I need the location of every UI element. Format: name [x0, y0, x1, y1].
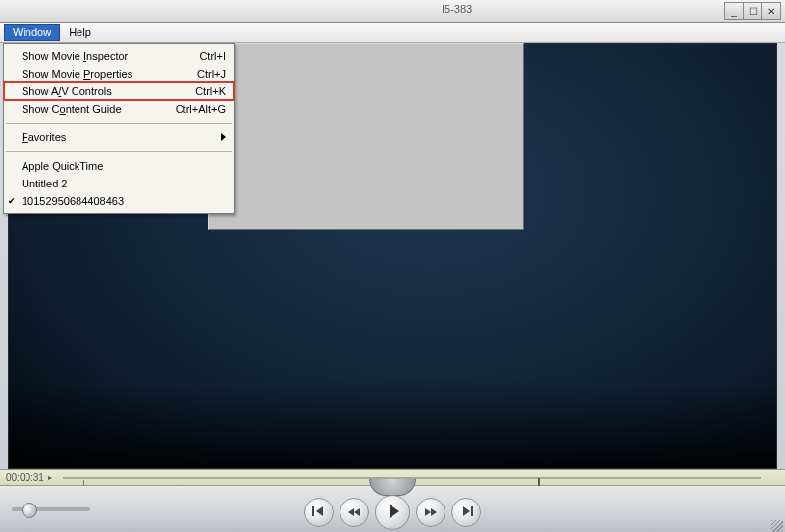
minimize-button[interactable]: _ — [724, 2, 744, 20]
secondary-panel — [208, 43, 524, 230]
maximize-button[interactable]: ☐ — [743, 2, 762, 20]
time-separator-icon: ▸ — [48, 473, 52, 482]
menu-show-movie-inspector[interactable]: Show Movie Inspector Ctrl+I — [4, 47, 234, 65]
menu-recent-untitled-2[interactable]: Untitled 2 — [4, 175, 234, 192]
checkmark-icon: ✔ — [8, 196, 16, 206]
menu-item-label: Show A/V Controls — [22, 85, 112, 97]
volume-thumb[interactable] — [22, 503, 37, 518]
window-menu-dropdown: Show Movie Inspector Ctrl+I Show Movie P… — [3, 43, 235, 214]
menu-recent-numeric[interactable]: ✔ 10152950684408463 — [4, 192, 234, 210]
menu-item-label: Untitled 2 — [22, 178, 67, 189]
window-buttons: _ ☐ ✕ — [725, 2, 781, 20]
menu-favorites[interactable]: Favorites — [4, 129, 234, 146]
menu-window[interactable]: Window — [4, 24, 60, 41]
skip-end-button[interactable] — [451, 498, 481, 527]
menu-item-label: 10152950684408463 — [22, 195, 124, 207]
window-title: I5-383 — [442, 3, 472, 15]
rewind-icon — [348, 506, 360, 518]
menu-item-label: Favorites — [22, 132, 66, 143]
skip-start-icon — [316, 506, 323, 518]
menu-item-label: Apple QuickTime — [22, 160, 103, 172]
menubar: Window Help — [0, 23, 785, 43]
play-button[interactable] — [375, 495, 410, 530]
menu-help[interactable]: Help — [60, 24, 100, 41]
fast-forward-button[interactable] — [416, 498, 445, 527]
play-icon — [387, 505, 399, 520]
app-window: I5-383 _ ☐ ✕ Window Help Show Movie Insp… — [0, 0, 785, 532]
menu-show-movie-properties[interactable]: Show Movie Properties Ctrl+J — [4, 65, 234, 82]
skip-start-button[interactable] — [304, 498, 334, 527]
fast-forward-icon — [425, 506, 437, 518]
skip-end-icon — [463, 506, 470, 518]
resize-grip-icon[interactable] — [771, 520, 783, 532]
menu-item-shortcut: Ctrl+K — [195, 85, 226, 97]
player-controls: 00:00:31 ▸ — [0, 469, 785, 532]
menu-separator — [6, 151, 232, 152]
transport-buttons — [304, 495, 481, 530]
menu-show-content-guide[interactable]: Show Content Guide Ctrl+Alt+G — [4, 100, 234, 118]
menu-item-shortcut: Ctrl+J — [197, 68, 226, 80]
menu-recent-apple-quicktime[interactable]: Apple QuickTime — [4, 157, 234, 175]
volume-slider[interactable] — [12, 507, 90, 511]
close-button[interactable]: ✕ — [761, 2, 781, 20]
scrub-knob[interactable] — [369, 479, 416, 496]
menu-show-av-controls[interactable]: Show A/V Controls Ctrl+K — [4, 82, 234, 100]
menu-item-shortcut: Ctrl+I — [199, 50, 226, 62]
video-gradient — [9, 380, 776, 468]
transport-row — [0, 486, 785, 532]
menu-item-label: Show Content Guide — [22, 103, 122, 115]
menu-separator — [6, 123, 232, 124]
submenu-arrow-icon — [221, 133, 226, 141]
menu-item-shortcut: Ctrl+Alt+G — [176, 103, 226, 115]
menu-item-label: Show Movie Properties — [22, 68, 132, 80]
titlebar: I5-383 _ ☐ ✕ — [0, 0, 785, 23]
time-elapsed: 00:00:31 — [6, 472, 44, 483]
rewind-button[interactable] — [340, 498, 369, 527]
menu-item-label: Show Movie Inspector — [22, 50, 128, 62]
